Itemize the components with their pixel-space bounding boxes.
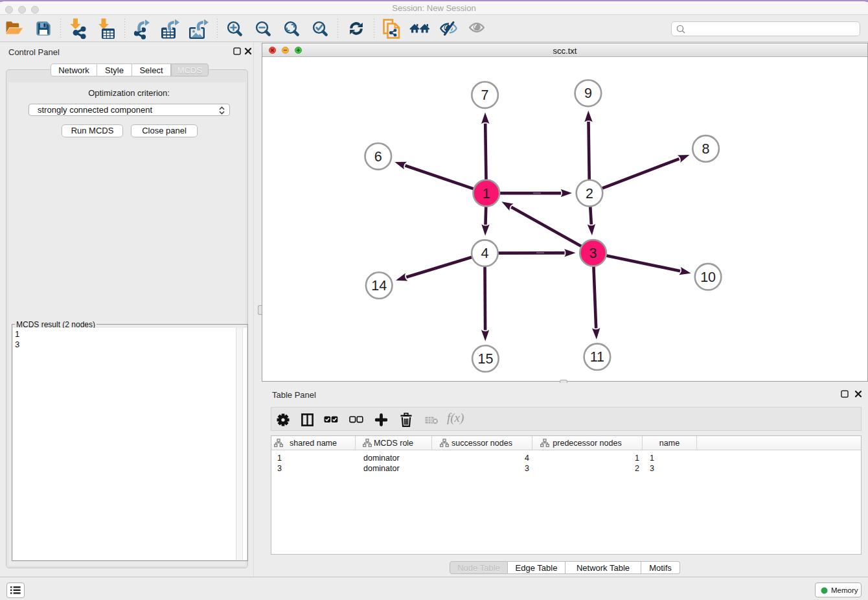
- svg-text:6: 6: [374, 149, 382, 165]
- svg-text:8: 8: [702, 141, 710, 157]
- svg-text:14: 14: [371, 278, 387, 294]
- svg-text:15: 15: [477, 351, 493, 367]
- svg-text:1: 1: [483, 186, 490, 202]
- svg-text:7: 7: [481, 87, 489, 103]
- svg-text:3: 3: [589, 246, 597, 261]
- svg-text:11: 11: [590, 349, 604, 365]
- svg-text:2: 2: [586, 186, 593, 202]
- svg-text:9: 9: [584, 86, 592, 101]
- svg-text:10: 10: [700, 270, 716, 285]
- svg-text:4: 4: [481, 246, 488, 261]
